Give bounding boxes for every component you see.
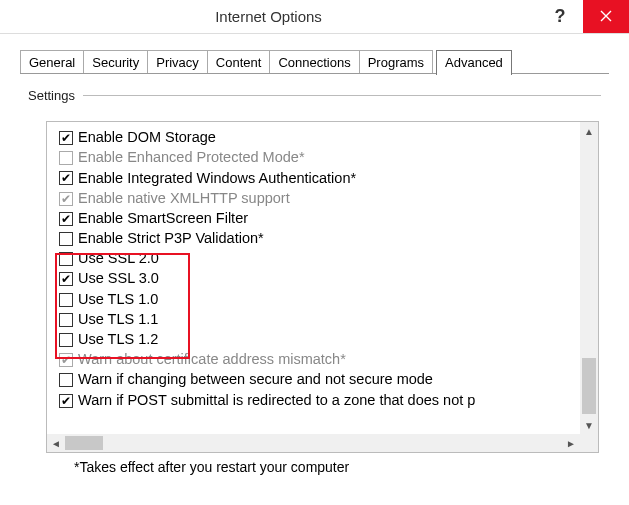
checkbox[interactable]: ✔ xyxy=(59,394,73,408)
checkbox[interactable] xyxy=(59,373,73,387)
scroll-right-arrow-icon[interactable]: ► xyxy=(562,434,580,452)
titlebar: Internet Options ? xyxy=(0,0,629,34)
checkbox[interactable]: ✔ xyxy=(59,131,73,145)
checkbox[interactable]: ✔ xyxy=(59,192,73,206)
setting-label: Use TLS 1.0 xyxy=(78,292,158,308)
setting-row[interactable]: ✔Enable SmartScreen Filter xyxy=(59,209,598,229)
tab-label: General xyxy=(29,55,75,70)
tab-label: Advanced xyxy=(445,55,503,70)
setting-label: Enable Enhanced Protected Mode* xyxy=(78,150,305,166)
settings-list: ✔Enable DOM StorageEnable Enhanced Prote… xyxy=(47,122,598,434)
tab-advanced[interactable]: Advanced xyxy=(436,50,512,75)
groupbox-header: Settings xyxy=(28,88,601,103)
help-button[interactable]: ? xyxy=(537,0,583,33)
checkbox[interactable]: ✔ xyxy=(59,212,73,226)
horizontal-scrollbar[interactable]: ◄ ► xyxy=(47,434,580,452)
tab-general[interactable]: General xyxy=(20,50,84,74)
setting-label: Use SSL 2.0 xyxy=(78,251,159,267)
close-button[interactable] xyxy=(583,0,629,33)
setting-row[interactable]: Use TLS 1.0 xyxy=(59,290,598,310)
setting-row[interactable]: ✔Warn if POST submittal is redirected to… xyxy=(59,390,598,410)
close-icon xyxy=(600,8,612,26)
setting-row[interactable]: ✔Enable DOM Storage xyxy=(59,128,598,148)
setting-row[interactable]: ✔Enable native XMLHTTP support xyxy=(59,189,598,209)
restart-footnote: *Takes effect after you restart your com… xyxy=(74,459,601,475)
titlebar-buttons: ? xyxy=(537,0,629,33)
setting-row[interactable]: ✔Warn about certificate address mismatch… xyxy=(59,350,598,370)
vertical-scroll-track[interactable] xyxy=(580,140,598,416)
settings-listbox: ✔Enable DOM StorageEnable Enhanced Prote… xyxy=(46,121,599,453)
scroll-up-arrow-icon[interactable]: ▲ xyxy=(580,122,598,140)
setting-row[interactable]: ✔Enable Integrated Windows Authenticatio… xyxy=(59,168,598,188)
tab-content[interactable]: Content xyxy=(207,50,271,74)
setting-row[interactable]: Enable Enhanced Protected Mode* xyxy=(59,148,598,168)
checkbox[interactable] xyxy=(59,333,73,347)
checkbox[interactable] xyxy=(59,313,73,327)
groupbox-label: Settings xyxy=(28,88,83,103)
setting-row[interactable]: ✔Use SSL 3.0 xyxy=(59,269,598,289)
horizontal-scroll-thumb[interactable] xyxy=(65,436,103,450)
setting-row[interactable]: Enable Strict P3P Validation* xyxy=(59,229,598,249)
tab-programs[interactable]: Programs xyxy=(359,50,433,74)
setting-label: Warn about certificate address mismatch* xyxy=(78,352,346,368)
tab-security[interactable]: Security xyxy=(83,50,148,74)
window-title: Internet Options xyxy=(0,8,537,25)
setting-label: Enable native XMLHTTP support xyxy=(78,191,290,207)
tab-baseline xyxy=(20,73,609,74)
scroll-left-arrow-icon[interactable]: ◄ xyxy=(47,434,65,452)
checkbox[interactable] xyxy=(59,252,73,266)
tab-label: Connections xyxy=(278,55,350,70)
tab-label: Privacy xyxy=(156,55,199,70)
setting-row[interactable]: Use SSL 2.0 xyxy=(59,249,598,269)
scroll-corner xyxy=(580,434,598,452)
tab-connections[interactable]: Connections xyxy=(269,50,359,74)
help-icon: ? xyxy=(555,6,566,27)
setting-row[interactable]: Use TLS 1.2 xyxy=(59,330,598,350)
tab-label: Security xyxy=(92,55,139,70)
setting-row[interactable]: Warn if changing between secure and not … xyxy=(59,370,598,390)
setting-label: Enable DOM Storage xyxy=(78,130,216,146)
setting-label: Warn if POST submittal is redirected to … xyxy=(78,393,475,409)
checkbox[interactable]: ✔ xyxy=(59,171,73,185)
setting-label: Use TLS 1.2 xyxy=(78,332,158,348)
setting-label: Use SSL 3.0 xyxy=(78,271,159,287)
vertical-scroll-thumb[interactable] xyxy=(582,358,596,414)
setting-label: Use TLS 1.1 xyxy=(78,312,158,328)
horizontal-scroll-track[interactable] xyxy=(65,434,562,452)
tab-strip: General Security Privacy Content Connect… xyxy=(0,34,629,74)
vertical-scrollbar[interactable]: ▲ ▼ xyxy=(580,122,598,434)
setting-label: Warn if changing between secure and not … xyxy=(78,372,433,388)
checkbox[interactable] xyxy=(59,293,73,307)
checkbox[interactable]: ✔ xyxy=(59,272,73,286)
setting-label: Enable SmartScreen Filter xyxy=(78,211,248,227)
setting-label: Enable Integrated Windows Authentication… xyxy=(78,171,356,187)
checkbox[interactable] xyxy=(59,151,73,165)
setting-label: Enable Strict P3P Validation* xyxy=(78,231,264,247)
checkbox[interactable] xyxy=(59,232,73,246)
groupbox-rule xyxy=(83,95,601,96)
tab-label: Content xyxy=(216,55,262,70)
tab-privacy[interactable]: Privacy xyxy=(147,50,208,74)
advanced-panel: Settings ✔Enable DOM StorageEnable Enhan… xyxy=(28,88,601,475)
checkbox[interactable]: ✔ xyxy=(59,353,73,367)
setting-row[interactable]: Use TLS 1.1 xyxy=(59,310,598,330)
tab-label: Programs xyxy=(368,55,424,70)
scroll-down-arrow-icon[interactable]: ▼ xyxy=(580,416,598,434)
